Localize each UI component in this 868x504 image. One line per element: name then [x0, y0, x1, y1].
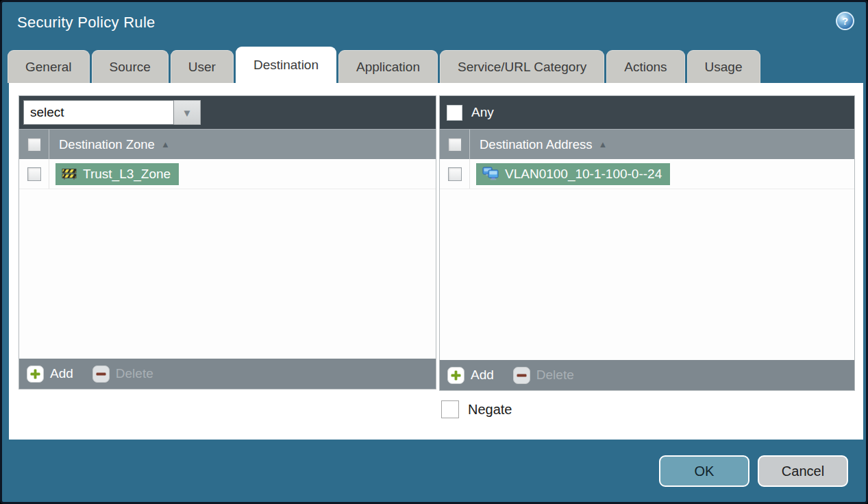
dialog-title: Security Policy Rule — [17, 14, 156, 32]
address-panel-footer: Add Delete — [440, 360, 854, 390]
chevron-down-icon: ▼ — [182, 107, 193, 119]
zone-item-trust-l3-zone[interactable]: Trust_L3_Zone — [55, 163, 179, 185]
zone-select-input[interactable]: select — [23, 100, 174, 125]
tab-usage[interactable]: Usage — [687, 50, 760, 83]
address-select-all-checkbox[interactable] — [448, 138, 462, 152]
negate-checkbox[interactable] — [441, 400, 459, 418]
zone-row-checkbox[interactable] — [27, 167, 41, 181]
zone-delete-button[interactable]: Delete — [92, 365, 153, 383]
zone-select-all-checkbox[interactable] — [27, 138, 41, 152]
tab-user[interactable]: User — [171, 50, 234, 83]
destination-tab-content: select ▼ Destination Zone ▲ — [9, 83, 863, 440]
help-icon[interactable]: ? — [836, 12, 854, 30]
tab-general[interactable]: General — [8, 50, 90, 83]
zone-add-label: Add — [50, 366, 73, 381]
destination-zone-panel: select ▼ Destination Zone ▲ — [18, 95, 436, 389]
any-label: Any — [471, 105, 494, 120]
address-delete-button[interactable]: Delete — [513, 367, 574, 384]
zone-select-dropdown-button[interactable]: ▼ — [174, 100, 201, 125]
zone-select-all-cell — [19, 130, 49, 159]
ok-button[interactable]: OK — [659, 455, 749, 487]
zone-delete-label: Delete — [116, 366, 153, 381]
tab-bar: General Source User Destination Applicat… — [8, 47, 860, 83]
table-row: VLAN0100_10-1-100-0--24 — [440, 159, 854, 189]
address-item-label: VLAN0100_10-1-100-0--24 — [505, 167, 662, 182]
zone-column-header-row: Destination Zone ▲ — [19, 129, 436, 159]
zone-row-checkbox-cell — [19, 159, 49, 189]
tab-application[interactable]: Application — [338, 50, 438, 83]
table-row: Trust_L3_Zone — [19, 159, 436, 189]
tab-source[interactable]: Source — [92, 50, 169, 83]
tab-service-url-category[interactable]: Service/URL Category — [440, 50, 604, 83]
add-plus-icon — [27, 365, 44, 383]
zone-panel-toolbar: select ▼ — [19, 96, 436, 129]
destination-address-panel: Any Destination Address ▲ — [439, 95, 855, 391]
address-icon — [482, 167, 499, 181]
delete-minus-icon — [513, 367, 530, 384]
delete-minus-icon — [92, 365, 110, 383]
address-row-checkbox-cell — [440, 159, 470, 189]
zone-list: Trust_L3_Zone — [19, 159, 436, 359]
zone-add-button[interactable]: Add — [27, 365, 73, 383]
zone-column-header[interactable]: Destination Zone — [59, 137, 155, 152]
address-panel-toolbar: Any — [440, 96, 854, 129]
negate-option: Negate — [441, 400, 512, 418]
negate-label: Negate — [468, 402, 512, 418]
address-delete-label: Delete — [536, 368, 574, 383]
address-column-header[interactable]: Destination Address — [480, 137, 593, 152]
sort-ascending-icon[interactable]: ▲ — [161, 139, 170, 149]
zone-select-combo: select ▼ — [23, 100, 201, 125]
address-select-all-cell — [440, 130, 470, 159]
address-add-button[interactable]: Add — [447, 367, 494, 384]
address-list: VLAN0100_10-1-100-0--24 — [440, 159, 854, 360]
tab-actions[interactable]: Actions — [606, 50, 684, 83]
zone-panel-footer: Add Delete — [19, 359, 436, 389]
address-add-label: Add — [471, 368, 494, 383]
any-checkbox[interactable] — [447, 105, 462, 121]
title-bar: Security Policy Rule ? — [2, 2, 866, 45]
zone-item-label: Trust_L3_Zone — [83, 167, 171, 182]
security-policy-rule-dialog: Security Policy Rule ? General Source Us… — [0, 0, 868, 504]
address-column-header-row: Destination Address ▲ — [440, 129, 854, 159]
address-item-vlan0100[interactable]: VLAN0100_10-1-100-0--24 — [476, 163, 670, 185]
sort-ascending-icon[interactable]: ▲ — [599, 139, 608, 149]
tab-destination[interactable]: Destination — [236, 47, 336, 83]
add-plus-icon — [447, 367, 464, 384]
address-row-checkbox[interactable] — [448, 167, 462, 181]
zone-icon — [62, 167, 77, 180]
cancel-button[interactable]: Cancel — [758, 455, 848, 487]
